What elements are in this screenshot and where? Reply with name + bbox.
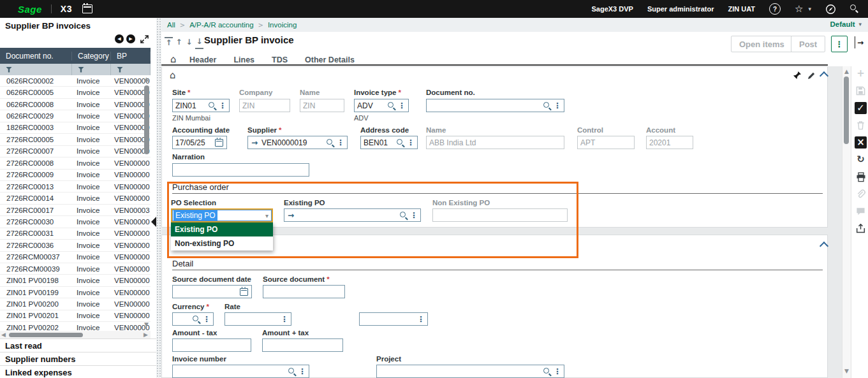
- rate-field[interactable]: ⋮: [224, 312, 291, 326]
- invoice-row[interactable]: ZIN01 PV00201InvoiceVEN00000: [0, 310, 151, 322]
- tab-other-details[interactable]: Other Details: [305, 55, 355, 64]
- invoice-row[interactable]: 2726RCM00039InvoiceVEN00000: [0, 263, 151, 275]
- date-picker-icon[interactable]: [215, 139, 223, 147]
- invoice-row[interactable]: 0626RC00029InvoiceVEN00000: [0, 110, 151, 122]
- previous-page-icon[interactable]: ↑: [175, 37, 183, 48]
- table-scroll-up-icon[interactable]: ▲: [144, 76, 149, 82]
- invoice-number-input[interactable]: [173, 367, 288, 376]
- favorites-caret-icon[interactable]: ▾: [808, 6, 811, 12]
- source-document-field[interactable]: [263, 285, 345, 298]
- column-header-category[interactable]: Category: [72, 52, 111, 61]
- narration-field[interactable]: [172, 163, 309, 177]
- table-vertical-scrollbar[interactable]: [144, 85, 149, 154]
- field-options-icon[interactable]: ⋮: [395, 102, 408, 110]
- confirm-icon[interactable]: ✓: [855, 102, 867, 114]
- field-options-icon[interactable]: ⋮: [415, 316, 427, 323]
- panel-section-last-read[interactable]: Last read: [0, 338, 156, 352]
- table-scroll-right-icon[interactable]: ▶: [143, 332, 148, 338]
- search-icon[interactable]: [850, 4, 859, 13]
- first-record-icon[interactable]: ↑: [165, 37, 173, 49]
- invoice-row[interactable]: 0626RC00008InvoiceVEN00000: [0, 99, 151, 110]
- panel-resize-gutter[interactable]: [156, 18, 161, 378]
- existing-po-input[interactable]: [295, 211, 399, 220]
- scroll-up-icon[interactable]: ▲: [844, 69, 849, 75]
- po-selection-select[interactable]: Existing PO ▾: [171, 208, 273, 222]
- open-items-button[interactable]: Open items: [731, 36, 793, 52]
- tab-header[interactable]: Header: [189, 55, 216, 64]
- collapse-panel-icon[interactable]: [151, 217, 156, 227]
- invoice-row[interactable]: 2726RC00031InvoiceVEN00000: [0, 228, 151, 240]
- jump-to-record-icon[interactable]: →: [248, 138, 259, 147]
- column-header-bp[interactable]: BP: [111, 52, 151, 61]
- amount-plus-tax-field[interactable]: [262, 338, 343, 352]
- comment-icon[interactable]: [855, 205, 867, 217]
- tab-tds[interactable]: TDS: [272, 55, 288, 64]
- scroll-down-icon[interactable]: ▼: [844, 368, 849, 374]
- document-no-field[interactable]: ⋮: [426, 99, 564, 112]
- currency-field[interactable]: ⋮: [172, 312, 214, 326]
- endpoint-label[interactable]: SageX3 DVP: [591, 5, 633, 13]
- document-no-input[interactable]: [427, 101, 543, 110]
- next-record-icon[interactable]: ▶: [126, 34, 135, 43]
- field-options-icon[interactable]: ⋮: [334, 139, 347, 147]
- existing-po-field[interactable]: → ⋮: [284, 208, 421, 222]
- field-options-icon[interactable]: ⋮: [296, 368, 309, 375]
- filter-icon[interactable]: [78, 67, 84, 73]
- rate-type-field[interactable]: ⋮: [359, 312, 428, 326]
- address-code-field[interactable]: ⋮: [360, 136, 418, 149]
- invoice-row[interactable]: 2726RC00014InvoiceVEN00000: [0, 193, 151, 204]
- breadcrumb-item[interactable]: Invoicing: [268, 21, 297, 29]
- address-code-input[interactable]: [361, 138, 396, 147]
- exit-icon[interactable]: [855, 37, 855, 48]
- invoice-row[interactable]: 2726RC00007InvoiceVEN00000: [0, 146, 151, 157]
- pin-icon[interactable]: [793, 71, 802, 82]
- invoice-row[interactable]: 2726RC00017InvoiceVEN00003: [0, 205, 151, 216]
- accounting-date-field[interactable]: [172, 136, 227, 149]
- project-input[interactable]: [377, 367, 543, 376]
- lookup-icon[interactable]: [400, 212, 407, 219]
- breadcrumb-item[interactable]: All: [167, 21, 175, 29]
- accounting-date-input[interactable]: [173, 138, 212, 147]
- table-scroll-left-icon[interactable]: ◀: [1, 332, 6, 338]
- invoice-row[interactable]: 2726RC00013InvoiceVEN00000: [0, 181, 151, 193]
- currency-input[interactable]: [173, 315, 192, 324]
- invoice-row[interactable]: 2726RCM00037InvoiceVEN00000: [0, 252, 151, 263]
- project-field[interactable]: ⋮: [376, 365, 564, 378]
- edit-pencil-icon[interactable]: [807, 71, 816, 82]
- lookup-icon[interactable]: [397, 139, 404, 146]
- lookup-icon[interactable]: [543, 368, 550, 375]
- print-icon[interactable]: [855, 171, 867, 183]
- invoice-row[interactable]: ZIN01 PV00202InvoiceVEN00000: [0, 322, 151, 331]
- lookup-icon[interactable]: [193, 316, 200, 323]
- favorites-icon[interactable]: ☆: [795, 4, 803, 14]
- filter-icon[interactable]: [117, 67, 123, 73]
- previous-record-icon[interactable]: ◀: [115, 34, 124, 43]
- next-page-icon[interactable]: ↓: [185, 37, 193, 48]
- invoice-type-field[interactable]: ⋮: [354, 99, 409, 112]
- table-horizontal-scrollbar[interactable]: ◀ ▶: [0, 331, 151, 338]
- invoice-row[interactable]: ZIN01 PV00198InvoiceVEN00000: [0, 275, 151, 286]
- dropdown-caret-icon[interactable]: ▾: [265, 212, 272, 219]
- site-input[interactable]: [173, 101, 208, 110]
- invoice-row[interactable]: ZIN01 PV00199InvoiceVEN00000: [0, 287, 151, 298]
- source-document-input[interactable]: [263, 287, 344, 296]
- last-record-icon[interactable]: ↓: [195, 37, 203, 49]
- po-option-existing-po[interactable]: Existing PO: [171, 222, 273, 236]
- invoice-row[interactable]: 2726RC00036InvoiceVEN00000: [0, 240, 151, 251]
- tab-lines[interactable]: Lines: [233, 55, 254, 64]
- jump-to-record-icon[interactable]: →: [284, 211, 295, 220]
- field-options-icon[interactable]: ⋮: [200, 316, 213, 323]
- filter-icon[interactable]: [6, 67, 12, 73]
- po-option-non-existing-po[interactable]: Non-existing PO: [171, 236, 273, 251]
- invoice-row[interactable]: 2726RC00008InvoiceVEN00000: [0, 157, 151, 169]
- narration-input[interactable]: [173, 166, 309, 175]
- calendar-icon[interactable]: [82, 4, 92, 13]
- lookup-icon[interactable]: [543, 102, 550, 109]
- field-options-icon[interactable]: ⋮: [278, 316, 291, 323]
- amount-minus-tax-input[interactable]: [173, 341, 251, 350]
- supplier-field[interactable]: → ⋮: [247, 136, 348, 149]
- field-options-icon[interactable]: ⋮: [551, 102, 564, 110]
- panel-section-linked-expenses[interactable]: Linked expenses: [0, 365, 156, 378]
- source-document-date-field[interactable]: [172, 285, 252, 298]
- main-scrollbar-thumb[interactable]: [844, 76, 849, 144]
